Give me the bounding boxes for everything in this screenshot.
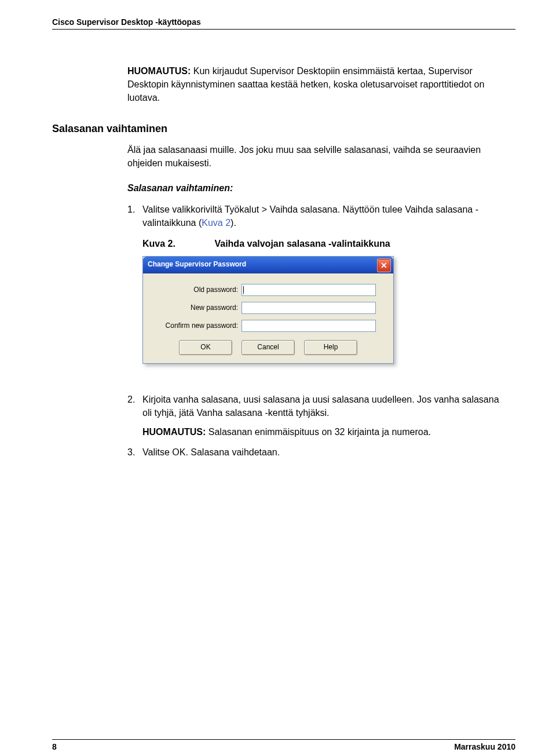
note-label: HUOMAUTUS:	[142, 427, 206, 437]
section-heading-password-change: Salasanan vaihtaminen	[52, 121, 510, 136]
figure-caption-text: Vaihda valvojan salasana -valintaikkuna	[214, 239, 390, 249]
step-text: Kirjoita vanha salasana, uusi salasana j…	[142, 393, 510, 439]
figure-reference-link[interactable]: Kuva 2	[202, 218, 231, 228]
page-header-title: Cisco Supervisor Desktop -käyttöopas	[52, 17, 515, 30]
step-2: 2. Kirjoita vanha salasana, uusi salasan…	[127, 393, 510, 439]
ok-button[interactable]: OK	[179, 340, 232, 355]
confirm-password-input[interactable]	[242, 320, 376, 332]
new-password-input[interactable]	[242, 302, 376, 314]
step-number: 1.	[127, 203, 142, 229]
cancel-button[interactable]: Cancel	[242, 340, 295, 355]
note-label: HUOMAUTUS:	[127, 66, 191, 76]
section-intro: Älä jaa salasanaasi muille. Jos joku muu…	[127, 143, 510, 170]
step1-text-b: ).	[231, 218, 236, 228]
close-icon[interactable]: ✕	[377, 258, 391, 272]
startup-note: HUOMAUTUS: Kun kirjaudut Supervisor Desk…	[127, 64, 510, 105]
confirm-password-label: Confirm new password:	[152, 321, 242, 331]
step-text: Valitse OK. Salasana vaihdetaan.	[142, 445, 510, 459]
figure-label: Kuva 2.	[142, 237, 212, 250]
procedure-heading: Salasanan vaihtaminen:	[127, 181, 510, 195]
page-number: 8	[52, 742, 57, 751]
step-text: Valitse valikkoriviltä Työkalut > Vaihda…	[142, 203, 510, 229]
dialog-title-text: Change Supervisor Password	[148, 260, 246, 269]
figure-image: Change Supervisor Password ✕ Old passwor…	[142, 256, 510, 364]
step2-note-text: Salasanan enimmäispituus on 32 kirjainta…	[209, 427, 431, 437]
help-button[interactable]: Help	[304, 340, 357, 355]
step-3: 3. Valitse OK. Salasana vaihdetaan.	[127, 445, 510, 459]
step1-text-a: Valitse valikkoriviltä Työkalut > Vaihda…	[142, 204, 478, 228]
dialog-title-bar: Change Supervisor Password ✕	[143, 257, 393, 273]
old-password-input[interactable]	[242, 284, 376, 296]
figure-caption: Kuva 2. Vaihda valvojan salasana -valint…	[142, 237, 510, 250]
step-number: 3.	[127, 445, 142, 459]
old-password-label: Old password:	[152, 285, 242, 295]
new-password-label: New password:	[152, 303, 242, 313]
page-footer: 8 Marraskuu 2010	[52, 739, 515, 751]
step-number: 2.	[127, 393, 142, 439]
change-password-dialog: Change Supervisor Password ✕ Old passwor…	[142, 256, 394, 364]
footer-date: Marraskuu 2010	[454, 742, 515, 751]
step2-text: Kirjoita vanha salasana, uusi salasana j…	[142, 393, 510, 419]
step-1: 1. Valitse valikkoriviltä Työkalut > Vai…	[127, 203, 510, 229]
